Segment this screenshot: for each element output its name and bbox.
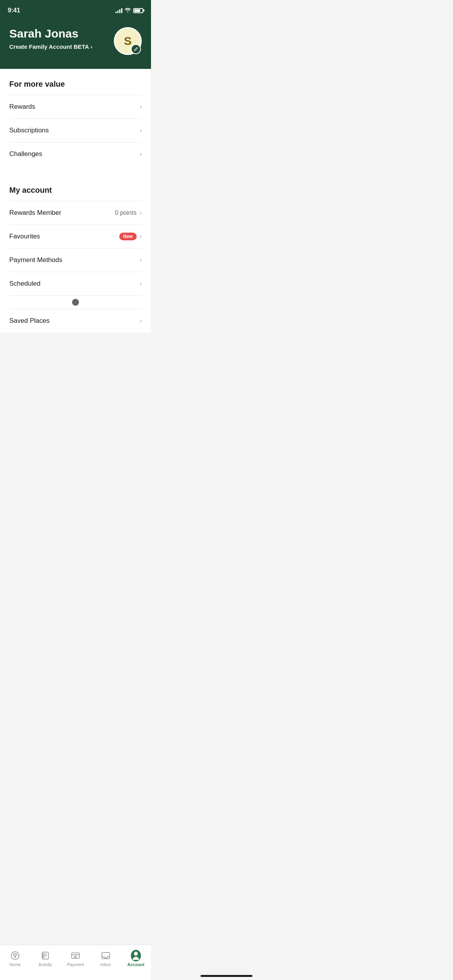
section-title-for-more-value: For more value (9, 69, 142, 95)
avatar-container[interactable]: S (114, 27, 142, 55)
menu-item-saved-places[interactable]: Saved Places › (9, 309, 142, 332)
chevron-icon: › (140, 280, 142, 287)
section-title-my-account: My account (9, 175, 142, 201)
chevron-right-icon: › (91, 44, 93, 50)
signal-icon (115, 8, 122, 13)
chevron-icon: › (140, 233, 142, 240)
scroll-dot (72, 299, 79, 306)
menu-item-challenges[interactable]: Challenges › (9, 142, 142, 166)
header-text: Sarah Jonas Create Family Account BETA › (9, 27, 93, 50)
rewards-member-label: Rewards Member (9, 209, 61, 217)
status-bar: 9:41 (0, 0, 151, 19)
chevron-icon: › (140, 209, 142, 216)
rewards-member-value: 0 points (115, 209, 137, 216)
subscriptions-label: Subscriptions (9, 127, 49, 134)
scheduled-label: Scheduled (9, 280, 40, 288)
main-content: For more value Rewards › Subscriptions ›… (0, 69, 151, 371)
menu-item-payment-methods[interactable]: Payment Methods › (9, 248, 142, 272)
chevron-icon: › (140, 103, 142, 110)
edit-avatar-button[interactable] (131, 44, 141, 54)
chevron-icon: › (140, 317, 142, 324)
payment-methods-label: Payment Methods (9, 256, 62, 264)
chevron-icon: › (140, 257, 142, 264)
status-time: 9:41 (8, 7, 20, 14)
menu-item-rewards-member[interactable]: Rewards Member 0 points › (9, 201, 142, 224)
menu-item-subscriptions[interactable]: Subscriptions › (9, 118, 142, 142)
menu-item-rewards[interactable]: Rewards › (9, 95, 142, 118)
profile-header: Sarah Jonas Create Family Account BETA ›… (0, 19, 151, 69)
create-family-link[interactable]: Create Family Account BETA › (9, 43, 93, 50)
menu-item-scheduled[interactable]: Scheduled › (9, 272, 142, 295)
menu-item-favourites[interactable]: Favourites New › (9, 224, 142, 248)
challenges-label: Challenges (9, 150, 42, 158)
user-name: Sarah Jonas (9, 27, 93, 40)
status-icons (115, 7, 143, 14)
chevron-icon: › (140, 151, 142, 158)
rewards-label: Rewards (9, 103, 35, 111)
chevron-icon: › (140, 127, 142, 134)
section-for-more-value: For more value Rewards › Subscriptions ›… (0, 69, 151, 166)
section-my-account: My account Rewards Member 0 points › Fav… (0, 175, 151, 332)
wifi-icon (125, 7, 131, 14)
scroll-indicator (9, 295, 142, 309)
new-badge: New (119, 233, 137, 240)
battery-icon (133, 8, 143, 13)
saved-places-label: Saved Places (9, 317, 50, 325)
favourites-label: Favourites (9, 233, 40, 240)
